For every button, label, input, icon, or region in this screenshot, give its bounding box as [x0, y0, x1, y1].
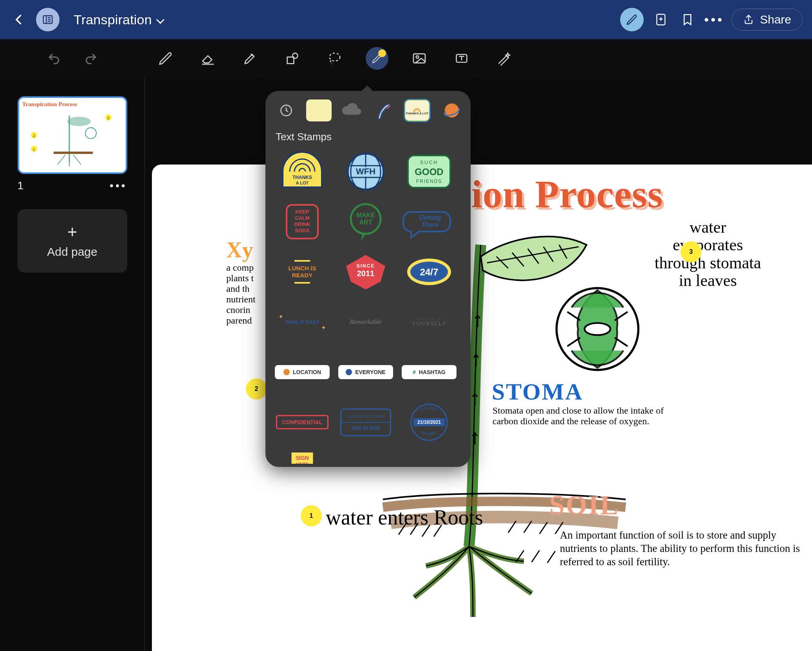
- stamp-sign-here[interactable]: SIGNHERE: [273, 451, 331, 464]
- svg-text:SIGN: SIGN: [296, 455, 309, 461]
- new-page-button[interactable]: [651, 10, 670, 29]
- tab-clouds[interactable]: [339, 99, 364, 121]
- redo-button[interactable]: [81, 49, 100, 68]
- shape-tool[interactable]: [281, 47, 304, 70]
- sidebar-toggle-button[interactable]: [36, 8, 60, 31]
- share-icon: [743, 14, 754, 25]
- draw-mode-button[interactable]: [620, 8, 644, 31]
- svg-text:DRINK: DRINK: [294, 221, 310, 227]
- stoma-body: Stomata open and close to allow the inta…: [493, 405, 688, 427]
- svg-point-13: [416, 56, 419, 58]
- eraser-tool[interactable]: [197, 47, 219, 70]
- step-badge-1: 1: [301, 505, 322, 526]
- tab-text-stamps[interactable]: THANKS A LOT: [404, 99, 430, 121]
- svg-text:2011: 2011: [357, 269, 375, 278]
- canvas-page[interactable]: ion Process ion Process Xy a comp plants…: [152, 165, 812, 651]
- page-thumbnail-1[interactable]: Transpiration Process 1 2 3: [18, 96, 127, 174]
- document-title-text: Transpiration: [74, 12, 152, 27]
- page-more-button[interactable]: •••: [110, 179, 127, 192]
- svg-point-25: [585, 323, 610, 335]
- svg-text:AIR MAIL: AIR MAIL: [420, 406, 439, 412]
- page-number: 1: [18, 179, 24, 192]
- svg-rect-12: [413, 54, 425, 63]
- tab-sticky-notes[interactable]: [306, 99, 332, 121]
- bookmark-button[interactable]: [678, 10, 697, 29]
- pages-sidebar: Transpiration Process 1 2 3 1 ••• + Add …: [0, 78, 145, 651]
- stamp-good-friends[interactable]: SUCHGOODFRIENDS: [400, 150, 458, 193]
- hash-icon: #: [413, 369, 416, 375]
- stamp-hashtag[interactable]: #HASHTAG: [400, 351, 458, 394]
- stamp-make-art[interactable]: MAKEART: [337, 200, 395, 243]
- stamp-airmail[interactable]: AIR MAIL 21/10/2021 AIR MAIL: [400, 401, 458, 444]
- svg-text:SODA: SODA: [295, 228, 310, 233]
- clock-icon: [279, 103, 293, 118]
- tab-space[interactable]: [437, 99, 463, 121]
- share-button[interactable]: Share: [731, 9, 803, 31]
- soil-label: SOIL: [549, 490, 619, 521]
- stamp-take-it-easy[interactable]: ✦ TAKE IT EASY ✦: [273, 300, 331, 344]
- svg-text:24/7: 24/7: [420, 267, 438, 277]
- text-tool[interactable]: [450, 47, 473, 70]
- stickers-tool[interactable]: [366, 47, 388, 70]
- svg-text:Getting: Getting: [419, 214, 441, 221]
- stoma-graphic: [554, 286, 641, 372]
- magic-tool[interactable]: [493, 47, 515, 70]
- stamp-everyone[interactable]: EVERYONE: [337, 351, 395, 394]
- svg-text:ART: ART: [359, 219, 372, 226]
- sticker-category-tabs: THANKS A LOT: [273, 99, 463, 121]
- app-header: Transpiration ••• Share: [0, 0, 812, 39]
- stamp-confidential[interactable]: CONFIDENTIAL: [273, 401, 331, 444]
- document-title[interactable]: Transpiration: [74, 12, 163, 27]
- tab-hearts[interactable]: [372, 99, 397, 121]
- svg-point-10: [292, 53, 298, 58]
- tab-recent[interactable]: [273, 99, 299, 121]
- undo-button[interactable]: [45, 49, 63, 68]
- svg-text:THANKS: THANKS: [292, 175, 312, 180]
- stickers-popover: THANKS A LOT Text Stamps THANKSA LOT WFH…: [265, 91, 471, 467]
- toolbar: [0, 39, 812, 78]
- toolbar-tools: [145, 47, 812, 70]
- lasso-tool[interactable]: [323, 47, 346, 70]
- svg-text:2: 2: [33, 134, 35, 138]
- step-badge-3: 3: [680, 241, 702, 262]
- image-tool[interactable]: [408, 47, 431, 70]
- pin-icon: [283, 369, 290, 375]
- stamp-custom-date[interactable]: CUSTOM TEXT HEREJAN 15 2020: [337, 401, 395, 444]
- svg-point-17: [85, 128, 96, 139]
- add-page-button[interactable]: + Add page: [18, 209, 127, 273]
- svg-text:WFH: WFH: [356, 166, 375, 176]
- svg-text:CALM: CALM: [295, 215, 310, 221]
- step-badge-2: 2: [246, 378, 267, 400]
- sticker-grid[interactable]: THANKSA LOT WFH SUCHGOODFRIENDS KEEPCALM…: [273, 150, 463, 464]
- stamp-lunch-ready[interactable]: LUNCH ISREADY: [273, 250, 331, 293]
- header-left: Transpiration: [9, 8, 163, 31]
- svg-text:CUSTOM TEXT HERE: CUSTOM TEXT HERE: [347, 414, 385, 418]
- add-page-label: Add page: [47, 245, 97, 259]
- stamp-remarkable[interactable]: Remarkable: [337, 300, 395, 344]
- highlighter-tool[interactable]: [239, 47, 262, 70]
- svg-text:3: 3: [107, 116, 109, 120]
- pen-tool[interactable]: [154, 47, 177, 70]
- toolbar-history: [0, 39, 145, 78]
- soil-body: An important function of soil is to stor…: [560, 529, 803, 568]
- popover-section-title: Text Stamps: [276, 131, 463, 143]
- svg-text:FRIENDS: FRIENDS: [416, 179, 442, 184]
- stamp-247[interactable]: 24/7: [400, 250, 458, 293]
- stamp-thanks[interactable]: THANKSA LOT: [273, 150, 331, 193]
- stamp-wfh[interactable]: WFH: [337, 150, 395, 193]
- step1-text: water enters Roots: [326, 506, 483, 529]
- tab-text-stamps-label: THANKS A LOT: [406, 112, 429, 115]
- stamp-location[interactable]: LOCATION: [273, 351, 331, 394]
- cloud-icon: [340, 103, 363, 118]
- back-button[interactable]: [9, 10, 28, 29]
- stamp-keep-calm[interactable]: KEEPCALMDRINKSODA: [273, 200, 331, 243]
- svg-text:GOOD: GOOD: [415, 166, 443, 177]
- stamp-yourself[interactable]: BELIEVE IN YOURSELF: [400, 300, 458, 344]
- plus-icon: +: [67, 223, 78, 241]
- stamp-getting-there[interactable]: GettingThere: [400, 200, 458, 243]
- svg-text:21/10/2021: 21/10/2021: [417, 420, 441, 425]
- stoma-label: STOMA: [492, 378, 583, 405]
- stamp-since[interactable]: SINCE2011: [337, 250, 395, 293]
- svg-text:HERE: HERE: [296, 461, 309, 464]
- more-menu-button[interactable]: •••: [705, 10, 724, 29]
